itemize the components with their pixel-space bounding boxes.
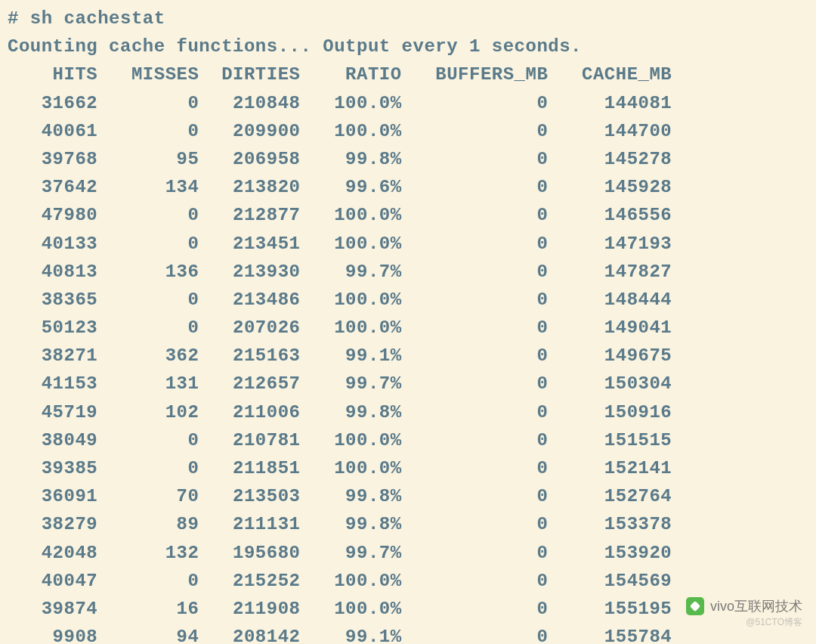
table-row: 40047 0 215252 100.0% 0 154569 (8, 567, 808, 595)
table-row: 41153 131 212657 99.7% 0 150304 (8, 370, 808, 398)
table-row: 39385 0 211851 100.0% 0 152141 (8, 454, 808, 482)
table-row: 50123 0 207026 100.0% 0 149041 (8, 314, 808, 342)
table-row: 40133 0 213451 100.0% 0 147193 (8, 230, 808, 258)
table-row: 40813 136 213930 99.7% 0 147827 (8, 258, 808, 286)
table-row: 9908 94 208142 99.1% 0 155784 (8, 623, 808, 644)
table-row: 38279 89 211131 99.8% 0 153378 (8, 510, 808, 538)
table-row: 36091 70 213503 99.8% 0 152764 (8, 482, 808, 510)
status-line: Counting cache functions... Output every… (8, 33, 808, 60)
table-row: 47980 0 212877 100.0% 0 146556 (8, 201, 808, 229)
table-row: 31662 0 210848 100.0% 0 144081 (8, 89, 808, 117)
watermark-text: vivo互联网技术 (710, 597, 802, 615)
command-prompt: # sh cachestat (8, 5, 808, 33)
table-row: 38365 0 213486 100.0% 0 148444 (8, 286, 808, 314)
table-row: 39768 95 206958 99.8% 0 145278 (8, 145, 808, 173)
watermark-sub: @51CTO博客 (746, 616, 802, 629)
table-body: 31662 0 210848 100.0% 0 144081 40061 0 2… (8, 89, 808, 644)
table-row: 37642 134 213820 99.6% 0 145928 (8, 173, 808, 201)
table-row: 38049 0 210781 100.0% 0 151515 (8, 426, 808, 454)
table-row: 42048 132 195680 99.7% 0 153920 (8, 539, 808, 567)
table-row: 40061 0 209900 100.0% 0 144700 (8, 117, 808, 145)
watermark: vivo互联网技术 (686, 597, 802, 615)
table-row: 45719 102 211006 99.8% 0 150916 (8, 398, 808, 426)
table-row: 38271 362 215163 99.1% 0 149675 (8, 342, 808, 370)
table-header: HITS MISSES DIRTIES RATIO BUFFERS_MB CAC… (8, 60, 808, 88)
wechat-icon (686, 597, 704, 615)
